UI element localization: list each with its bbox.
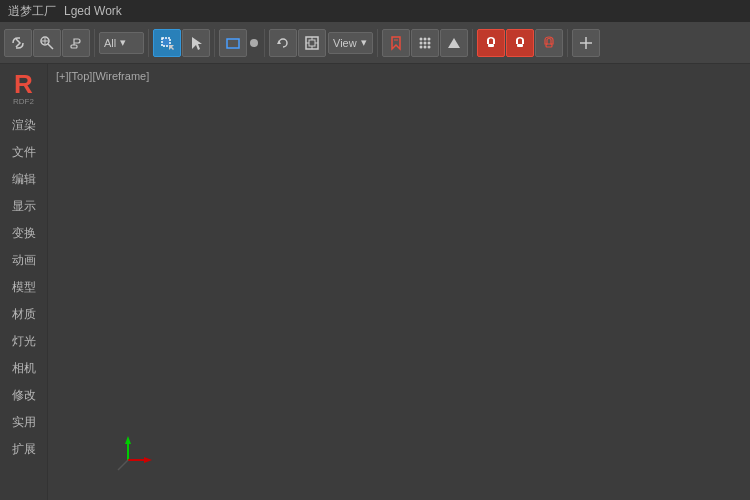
sidebar-item-model[interactable]: 模型 [2,274,46,300]
main-area: R RDF2 渲染 文件 编辑 显示 变换 动画 模型 材质 灯光 [0,64,750,500]
svg-point-24 [420,45,423,48]
link-tool-btn[interactable] [4,29,32,57]
sep-6 [472,29,473,57]
svg-point-25 [424,45,427,48]
toolbar-group-5 [382,29,468,57]
svg-rect-28 [488,44,494,47]
toolbar-group-4 [269,29,326,57]
sidebar-item-animation[interactable]: 动画 [2,247,46,273]
sidebar-item-extend[interactable]: 扩展 [2,436,46,462]
svg-marker-7 [192,37,202,50]
svg-point-20 [428,37,431,40]
toolbar: All ▾ [0,22,750,64]
sidebar-item-render[interactable]: 渲染 [2,112,46,138]
sidebar-item-edit[interactable]: 编辑 [2,166,46,192]
svg-line-37 [118,460,128,470]
sep-2 [148,29,149,57]
viewport-label: [+][Top][Wireframe] [56,70,149,82]
sidebar-item-material[interactable]: 材质 [2,301,46,327]
sep-4 [264,29,265,57]
axis-indicator [108,430,158,480]
sidebar-item-light[interactable]: 灯光 [2,328,46,354]
final-tool-btn[interactable] [572,29,600,57]
svg-rect-30 [546,44,552,47]
sidebar-item-display[interactable]: 显示 [2,193,46,219]
select-tool-btn[interactable] [33,29,61,57]
all-dropdown[interactable]: All ▾ [99,32,144,54]
svg-point-22 [424,41,427,44]
toolbar-group-6 [477,29,563,57]
svg-marker-16 [392,37,400,49]
svg-marker-6 [169,45,174,50]
rect-btn[interactable] [219,29,247,57]
svg-rect-4 [71,45,77,48]
up-btn[interactable] [440,29,468,57]
sidebar-item-camera[interactable]: 相机 [2,355,46,381]
svg-point-26 [428,45,431,48]
toolbar-group-1 [4,29,90,57]
svg-rect-29 [517,44,523,47]
svg-point-18 [420,37,423,40]
sep-1 [94,29,95,57]
logo-r: R [14,71,33,97]
snap-outline-btn[interactable] [535,29,563,57]
svg-point-23 [428,41,431,44]
frame-btn[interactable] [298,29,326,57]
paint-tool-btn[interactable] [62,29,90,57]
sep-7 [567,29,568,57]
svg-marker-36 [144,457,152,463]
svg-marker-27 [448,38,460,48]
sep-3 [214,29,215,57]
svg-rect-5 [162,38,170,46]
snap-red-1-btn[interactable] [477,29,505,57]
sidebar: R RDF2 渲染 文件 编辑 显示 变换 动画 模型 材质 灯光 [0,64,48,500]
svg-line-1 [48,44,53,49]
svg-rect-11 [309,40,315,46]
sidebar-item-transform[interactable]: 变换 [2,220,46,246]
app-title: 逍梦工厂 [8,3,56,20]
box-select-btn[interactable] [153,29,181,57]
logo-sub: RDF2 [13,97,34,106]
viewport[interactable]: [+][Top][Wireframe] [48,64,750,500]
sep-5 [377,29,378,57]
sidebar-item-file[interactable]: 文件 [2,139,46,165]
toolbar-group-2 [153,29,210,57]
svg-marker-34 [125,436,131,444]
app-logo: R RDF2 [4,68,44,108]
sidebar-item-utility[interactable]: 实用 [2,409,46,435]
bookmark-btn[interactable] [382,29,410,57]
project-title: Lged Work [64,4,122,18]
svg-point-19 [424,37,427,40]
title-bar: 逍梦工厂 Lged Work [0,0,750,22]
sidebar-item-modify[interactable]: 修改 [2,382,46,408]
view-dropdown[interactable]: View ▾ [328,32,373,54]
dot-indicator [250,39,258,47]
svg-rect-8 [227,39,239,48]
dots-grid-btn[interactable] [411,29,439,57]
toolbar-group-3 [219,29,260,57]
rotate-btn[interactable] [269,29,297,57]
snap-red-2-btn[interactable] [506,29,534,57]
arrow-select-btn[interactable] [182,29,210,57]
svg-point-21 [420,41,423,44]
